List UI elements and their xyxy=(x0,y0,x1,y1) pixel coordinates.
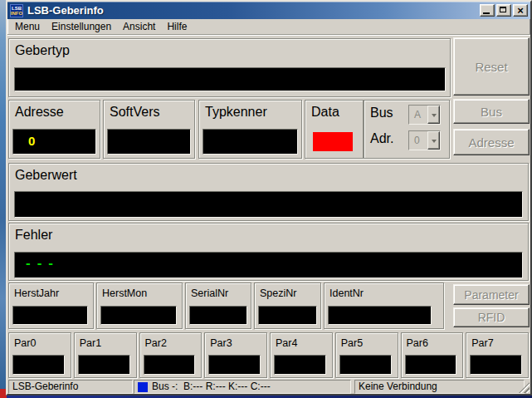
geberwert-display xyxy=(14,191,523,218)
par5-group: Par5 xyxy=(335,332,398,378)
fehler-label: Fehler xyxy=(9,224,528,243)
herstjahr-group: HerstJahr xyxy=(8,283,94,329)
chevron-down-icon xyxy=(432,140,437,145)
herstjahr-label: HerstJahr xyxy=(9,283,93,299)
par5-display xyxy=(339,355,392,375)
par2-label: Par2 xyxy=(140,333,202,349)
par3-display xyxy=(208,355,261,375)
par6-display xyxy=(405,355,457,375)
bus-button[interactable]: Bus xyxy=(453,99,530,124)
app-icon: LSB INFO xyxy=(10,4,23,17)
herstjahr-display xyxy=(12,306,88,325)
app-icon-text-bottom: INFO xyxy=(11,11,22,16)
bus-select-label: Bus xyxy=(364,101,393,120)
par4-display xyxy=(274,355,326,375)
data-label: Data xyxy=(305,101,363,120)
bus-select[interactable]: A xyxy=(408,105,441,125)
adr-select-value: 0 xyxy=(409,131,427,150)
softvers-label: SoftVers xyxy=(104,101,194,120)
par0-group: Par0 xyxy=(8,332,71,378)
par2-group: Par2 xyxy=(139,332,203,378)
par6-label: Par6 xyxy=(402,333,463,349)
adr-select[interactable]: 0 xyxy=(408,130,441,150)
data-group: Data xyxy=(305,100,364,159)
herstmon-display xyxy=(100,306,177,325)
desktop-background-left xyxy=(0,0,6,398)
menu-item-menu[interactable]: Menu xyxy=(9,19,46,36)
par3-label: Par3 xyxy=(205,333,266,349)
adresse-display: 0 xyxy=(12,129,96,155)
bus-select-arrow-button[interactable] xyxy=(427,106,440,124)
bus-status-indicator xyxy=(138,382,148,392)
menu-bar: Menu Einstellungen Ansicht Hilfe xyxy=(7,19,530,36)
par-row: Par0 Par1 Par2 Par3 Par4 Par5 xyxy=(8,332,529,378)
par5-label: Par5 xyxy=(336,333,398,349)
rfid-button[interactable]: RFID xyxy=(453,307,530,327)
adr-select-arrow-button[interactable] xyxy=(427,131,440,150)
gebertyp-group: Gebertyp xyxy=(8,38,451,97)
par0-label: Par0 xyxy=(9,333,71,349)
spezinr-display xyxy=(258,306,317,325)
spezinr-label: SpeziNr xyxy=(255,283,320,299)
bus-adr-group: Bus A Adr. 0 xyxy=(364,100,450,159)
par4-group: Par4 xyxy=(270,332,333,378)
par1-label: Par1 xyxy=(75,333,136,349)
status-app-name: LSB-Geberinfo xyxy=(8,380,133,394)
close-button[interactable]: × xyxy=(513,4,528,17)
herstmon-group: HerstMon xyxy=(96,283,183,329)
fehler-display: --- xyxy=(14,252,523,278)
minimize-icon xyxy=(483,12,490,14)
fehler-group: Fehler --- xyxy=(8,223,529,281)
softvers-group: SoftVers xyxy=(103,100,195,159)
status-bus-panel: Bus -: B:--- R:--- K:--- C:--- xyxy=(134,380,351,394)
maximize-button[interactable] xyxy=(496,4,511,17)
typkenner-display xyxy=(203,129,298,155)
app-window: LSB INFO LSB-Geberinfo × Menu Einstellun… xyxy=(6,0,532,396)
reset-button[interactable]: Reset xyxy=(453,37,530,96)
maximize-icon xyxy=(500,7,506,12)
identnr-display xyxy=(328,306,432,325)
adresse-group: Adresse 0 xyxy=(8,100,100,159)
par3-group: Par3 xyxy=(204,332,267,378)
identnr-label: IdentNr xyxy=(325,283,443,299)
serialnr-label: SerialNr xyxy=(186,283,251,299)
par2-display xyxy=(144,355,196,375)
menu-item-ansicht[interactable]: Ansicht xyxy=(117,19,161,36)
client-area: Gebertyp Reset Bus Adresse Adresse 0 Sof… xyxy=(7,36,530,379)
identnr-group: IdentNr xyxy=(324,283,444,329)
title-bar[interactable]: LSB INFO LSB-Geberinfo × xyxy=(7,2,530,19)
par1-group: Par1 xyxy=(74,332,137,378)
adresse-button[interactable]: Adresse xyxy=(453,129,530,155)
data-indicator xyxy=(313,132,353,151)
par1-display xyxy=(78,355,130,375)
par6-group: Par6 xyxy=(401,332,464,378)
geberwert-label: Geberwert xyxy=(9,164,528,183)
typkenner-group: Typkenner xyxy=(198,100,302,159)
menu-item-hilfe[interactable]: Hilfe xyxy=(161,19,193,36)
typkenner-label: Typkenner xyxy=(199,101,301,120)
fehler-value: --- xyxy=(15,253,522,272)
close-icon: × xyxy=(517,6,524,15)
menu-item-einstellungen[interactable]: Einstellungen xyxy=(46,19,117,36)
parameter-button[interactable]: Parameter xyxy=(453,284,530,305)
spezinr-group: SpeziNr xyxy=(254,283,321,329)
par4-label: Par4 xyxy=(271,333,332,349)
status-connection: Keine Verbindung xyxy=(354,380,525,394)
par7-display xyxy=(470,355,522,375)
par0-display xyxy=(12,355,65,375)
softvers-display xyxy=(107,129,191,155)
herstmon-label: HerstMon xyxy=(97,283,182,299)
bus-select-value: A xyxy=(409,106,427,124)
adresse-value: 0 xyxy=(13,130,95,148)
gebertyp-label: Gebertyp xyxy=(9,39,450,58)
chevron-down-icon xyxy=(432,114,437,120)
geberwert-group: Geberwert xyxy=(8,163,529,221)
window-title: LSB-Geberinfo xyxy=(27,4,478,17)
serialnr-group: SerialNr xyxy=(185,283,251,329)
par7-group: Par7 xyxy=(466,332,529,378)
minimize-button[interactable] xyxy=(480,4,495,17)
par7-label: Par7 xyxy=(466,333,528,349)
adr-select-label: Adr. xyxy=(364,127,393,146)
status-bar: LSB-Geberinfo Bus -: B:--- R:--- K:--- C… xyxy=(7,379,530,394)
status-bus-text: Bus -: B:--- R:--- K:--- C:--- xyxy=(152,381,271,393)
